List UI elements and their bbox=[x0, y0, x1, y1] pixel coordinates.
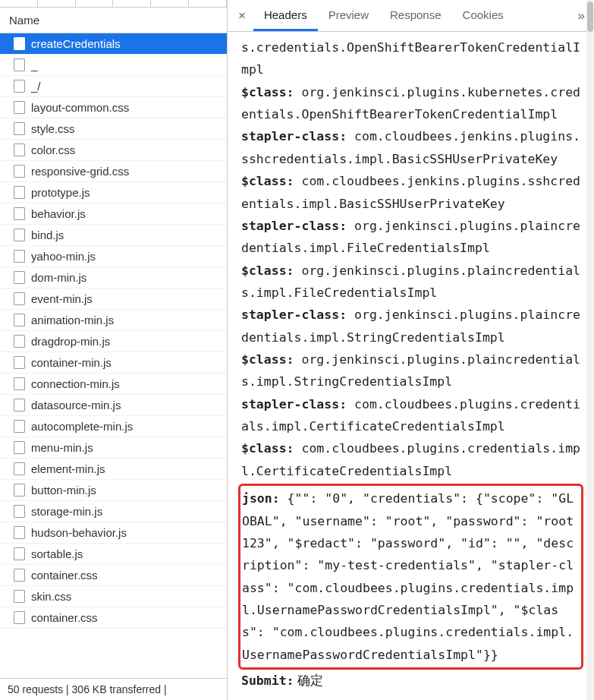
request-item-label: layout-common.css bbox=[31, 101, 129, 114]
payload-row: $class: org.jenkinsci.plugins.kubernetes… bbox=[241, 81, 583, 126]
payload-row: $class: org.jenkinsci.plugins.plaincrede… bbox=[241, 348, 583, 393]
request-item[interactable]: skin.css bbox=[0, 586, 227, 607]
payload-key: stapler-class: bbox=[241, 397, 347, 411]
file-icon bbox=[14, 441, 25, 454]
request-item-label: hudson-behavior.js bbox=[31, 526, 127, 539]
request-item-label: dom-min.js bbox=[31, 271, 86, 284]
file-icon bbox=[14, 547, 25, 560]
request-item-label: container.css bbox=[31, 611, 98, 624]
payload-key-json: json: bbox=[242, 491, 280, 506]
payload-key: $class: bbox=[241, 85, 294, 99]
request-item[interactable]: _/ bbox=[0, 76, 227, 97]
file-icon bbox=[14, 569, 25, 582]
tab-preview[interactable]: Preview bbox=[318, 1, 379, 31]
request-item[interactable]: datasource-min.js bbox=[0, 395, 227, 416]
tab-headers[interactable]: Headers bbox=[253, 1, 318, 31]
file-icon bbox=[14, 526, 25, 539]
request-item[interactable]: color.css bbox=[0, 140, 227, 161]
request-item[interactable]: layout-common.css bbox=[0, 97, 227, 118]
status-bar: 50 requests | 306 KB transferred | bbox=[0, 678, 227, 700]
file-icon bbox=[14, 505, 25, 518]
request-item-label: sortable.js bbox=[31, 547, 83, 560]
request-item-label: skin.css bbox=[31, 590, 71, 603]
request-item-label: container-min.js bbox=[31, 356, 112, 369]
request-item[interactable]: _ bbox=[0, 55, 227, 76]
payload-key: stapler-class: bbox=[241, 129, 347, 143]
file-icon bbox=[14, 335, 25, 348]
request-item[interactable]: bind.js bbox=[0, 225, 227, 246]
payload-key: $class: bbox=[241, 263, 294, 278]
payload-key: $class: bbox=[241, 352, 294, 367]
request-item-label: button-min.js bbox=[31, 484, 96, 497]
request-item[interactable]: createCredentials bbox=[0, 33, 227, 55]
file-icon bbox=[14, 58, 25, 71]
payload-row: stapler-class: com.cloudbees.jenkins.plu… bbox=[241, 125, 583, 170]
request-item-label: createCredentials bbox=[31, 37, 121, 50]
request-item-label: prototype.js bbox=[31, 186, 90, 199]
file-icon bbox=[14, 122, 25, 135]
request-item-label: style.css bbox=[31, 122, 75, 135]
file-icon bbox=[14, 37, 25, 50]
request-item[interactable]: dragdrop-min.js bbox=[0, 331, 227, 352]
request-item[interactable]: button-min.js bbox=[0, 480, 227, 501]
request-item[interactable]: responsive-grid.css bbox=[0, 161, 227, 182]
request-item-label: storage-min.js bbox=[31, 505, 102, 518]
payload-submit: Submit: 确定 bbox=[241, 670, 583, 692]
request-item-label: responsive-grid.css bbox=[31, 165, 129, 178]
file-icon bbox=[14, 292, 25, 305]
request-item[interactable]: element-min.js bbox=[0, 459, 227, 480]
request-item[interactable]: storage-min.js bbox=[0, 501, 227, 522]
name-column-header[interactable]: Name bbox=[0, 8, 227, 33]
file-icon bbox=[14, 80, 25, 93]
request-item[interactable]: dom-min.js bbox=[0, 267, 227, 289]
request-item[interactable]: hudson-behavior.js bbox=[0, 522, 227, 544]
file-icon bbox=[14, 462, 25, 475]
request-item[interactable]: yahoo-min.js bbox=[0, 246, 227, 267]
request-item-label: event-min.js bbox=[31, 292, 93, 305]
details-tabs: × Headers Preview Response Cookies » bbox=[228, 0, 594, 32]
payload-key: $class: bbox=[241, 174, 294, 188]
request-item-label: autocomplete-min.js bbox=[31, 420, 133, 433]
request-item-label: menu-min.js bbox=[31, 441, 93, 454]
payload-key: stapler-class: bbox=[241, 219, 347, 233]
network-requests-panel: Name createCredentials__/layout-common.c… bbox=[0, 0, 228, 700]
request-list[interactable]: createCredentials__/layout-common.csssty… bbox=[0, 33, 227, 678]
file-icon bbox=[14, 271, 25, 284]
payload-row: stapler-class: org.jenkinsci.plugins.pla… bbox=[241, 304, 583, 348]
file-icon bbox=[14, 101, 25, 114]
request-item-label: animation-min.js bbox=[31, 314, 114, 326]
request-item[interactable]: sortable.js bbox=[0, 544, 227, 565]
request-item-label: datasource-min.js bbox=[31, 399, 121, 411]
file-icon bbox=[14, 484, 25, 497]
file-icon bbox=[14, 377, 25, 390]
file-icon bbox=[14, 356, 25, 369]
request-item[interactable]: menu-min.js bbox=[0, 437, 227, 459]
file-icon bbox=[14, 590, 25, 603]
tab-cookies[interactable]: Cookies bbox=[452, 1, 514, 31]
request-item-label: container.css bbox=[31, 569, 98, 582]
request-item-label: behavior.js bbox=[31, 207, 86, 220]
request-item[interactable]: connection-min.js bbox=[0, 374, 227, 395]
close-icon[interactable]: × bbox=[231, 5, 253, 27]
request-item[interactable]: prototype.js bbox=[0, 182, 227, 203]
payload-key: $class: bbox=[241, 441, 294, 456]
request-item-label: color.css bbox=[31, 143, 75, 156]
payload-row: $class: com.cloudbees.jenkins.plugins.ss… bbox=[241, 170, 583, 215]
request-item[interactable]: behavior.js bbox=[0, 203, 227, 225]
file-icon bbox=[14, 314, 25, 326]
request-item[interactable]: event-min.js bbox=[0, 289, 227, 310]
payload-row: $class: com.cloudbees.plugins.credential… bbox=[241, 437, 583, 482]
request-item[interactable]: container-min.js bbox=[0, 352, 227, 374]
payload-value-submit: 确定 bbox=[294, 673, 324, 687]
request-item-label: _ bbox=[31, 58, 37, 71]
tab-response[interactable]: Response bbox=[379, 1, 452, 31]
request-item[interactable]: container.css bbox=[0, 565, 227, 586]
file-icon bbox=[14, 207, 25, 220]
file-icon bbox=[14, 165, 25, 178]
request-item[interactable]: autocomplete-min.js bbox=[0, 416, 227, 437]
request-item[interactable]: container.css bbox=[0, 607, 227, 629]
payload-key: stapler-class: bbox=[241, 307, 347, 322]
request-item[interactable]: animation-min.js bbox=[0, 310, 227, 331]
request-item[interactable]: style.css bbox=[0, 118, 227, 140]
file-icon bbox=[14, 611, 25, 624]
